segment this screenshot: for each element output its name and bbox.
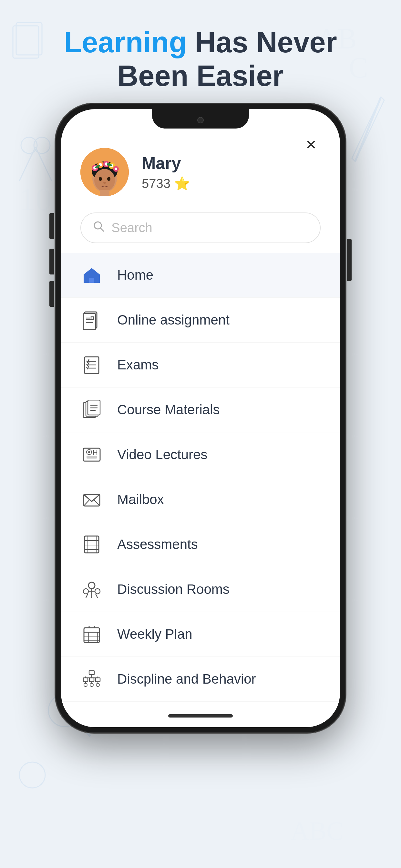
svg-rect-90 — [89, 678, 94, 682]
svg-point-19 — [94, 169, 115, 191]
svg-point-22 — [103, 182, 106, 184]
svg-point-96 — [84, 683, 87, 686]
search-bar[interactable]: Search — [81, 213, 320, 243]
svg-point-71 — [89, 582, 95, 589]
svg-line-37 — [100, 228, 104, 231]
svg-line-10 — [35, 147, 52, 181]
close-button[interactable]: ✕ — [301, 135, 320, 154]
svg-rect-35 — [100, 190, 110, 196]
svg-line-63 — [84, 500, 89, 506]
course-materials-icon — [81, 399, 103, 421]
discipline-behavior-icon — [81, 668, 103, 690]
avatar — [81, 148, 129, 196]
svg-rect-65 — [85, 536, 99, 553]
svg-point-8 — [34, 137, 50, 153]
svg-point-98 — [96, 683, 99, 686]
svg-rect-38 — [89, 278, 94, 283]
menu-item-home[interactable]: Home — [61, 253, 340, 298]
menu-label-video-lectures: Video Lectures — [117, 447, 207, 462]
menu-label-discipline-behavior: Discpline and Behavior — [117, 671, 256, 687]
mailbox-icon — [81, 488, 103, 511]
home-icon — [81, 264, 103, 286]
header-line2: Been Easier — [117, 60, 283, 92]
svg-rect-58 — [87, 456, 97, 459]
screen-content: ✕ — [61, 109, 340, 727]
svg-rect-91 — [96, 678, 100, 682]
discussion-rooms-icon — [81, 578, 103, 600]
menu-item-video-lectures[interactable]: Video Lectures — [61, 432, 340, 477]
menu-item-exams[interactable]: Exams — [61, 343, 340, 388]
menu-label-online-assignment: Online assignment — [117, 312, 229, 328]
svg-rect-88 — [89, 671, 94, 675]
search-placeholder: Search — [112, 221, 152, 235]
phone-notch — [152, 109, 249, 128]
svg-rect-89 — [83, 678, 88, 682]
svg-line-64 — [94, 500, 100, 506]
exams-icon — [81, 353, 103, 376]
menu-label-assessments: Assessments — [117, 537, 198, 552]
svg-marker-6 — [352, 97, 384, 161]
menu-label-discussion-rooms: Discussion Rooms — [117, 582, 229, 597]
profile-name: Mary — [142, 153, 190, 173]
svg-rect-40 — [83, 314, 96, 330]
menu-item-weekly-plan[interactable]: Weekly Plan — [61, 612, 340, 657]
camera — [197, 117, 204, 123]
menu-label-course-materials: Course Materials — [117, 402, 220, 417]
online-assignment-icon — [81, 309, 103, 331]
search-icon — [93, 220, 105, 236]
svg-text:10: 10 — [19, 181, 52, 217]
assessments-icon — [81, 533, 103, 556]
menu-item-discussion-rooms[interactable]: Discussion Rooms — [61, 567, 340, 612]
svg-point-73 — [95, 589, 100, 594]
svg-point-21 — [107, 177, 111, 181]
menu-item-assessments[interactable]: Assessments — [61, 522, 340, 567]
menu-label-home: Home — [117, 268, 153, 283]
menu-item-mailbox[interactable]: Mailbox — [61, 477, 340, 522]
menu-label-exams: Exams — [117, 357, 158, 373]
svg-point-7 — [21, 137, 37, 153]
profile-points: 5733 ⭐ — [142, 176, 190, 191]
menu-item-online-assignment[interactable]: Online assignment — [61, 298, 340, 343]
svg-point-57 — [88, 451, 90, 453]
profile-info: Mary 5733 ⭐ — [142, 153, 190, 191]
svg-line-77 — [96, 594, 97, 598]
menu-item-course-materials[interactable]: Course Materials — [61, 388, 340, 432]
profile-section: Mary 5733 ⭐ — [61, 132, 340, 206]
app-header: Learning Has Never Been Easier — [0, 26, 401, 93]
menu-item-discipline-behavior[interactable]: Discpline and Behavior — [61, 657, 340, 702]
svg-point-72 — [83, 589, 89, 594]
svg-line-9 — [19, 147, 35, 181]
header-line1-rest: Has Never — [187, 26, 337, 58]
svg-rect-79 — [84, 628, 99, 643]
svg-line-76 — [86, 594, 88, 598]
svg-rect-55 — [83, 448, 100, 461]
svg-line-5 — [355, 97, 381, 161]
svg-point-20 — [99, 177, 102, 181]
video-lectures-icon — [81, 443, 103, 466]
menu-list: Home — [61, 253, 340, 708]
phone-mockup: ✕ — [55, 103, 346, 733]
svg-point-97 — [90, 683, 93, 686]
home-indicator — [168, 714, 233, 717]
weekly-plan-icon — [81, 623, 103, 646]
menu-label-mailbox: Mailbox — [117, 492, 164, 507]
phone-screen: ✕ — [61, 109, 340, 727]
phone-frame: ✕ — [55, 103, 346, 733]
svg-point-32 — [115, 167, 117, 170]
svg-text:ABC: ABC — [290, 817, 344, 845]
menu-label-weekly-plan: Weekly Plan — [117, 626, 192, 642]
header-blue-word: Learning — [64, 26, 187, 58]
svg-point-12 — [19, 762, 45, 788]
